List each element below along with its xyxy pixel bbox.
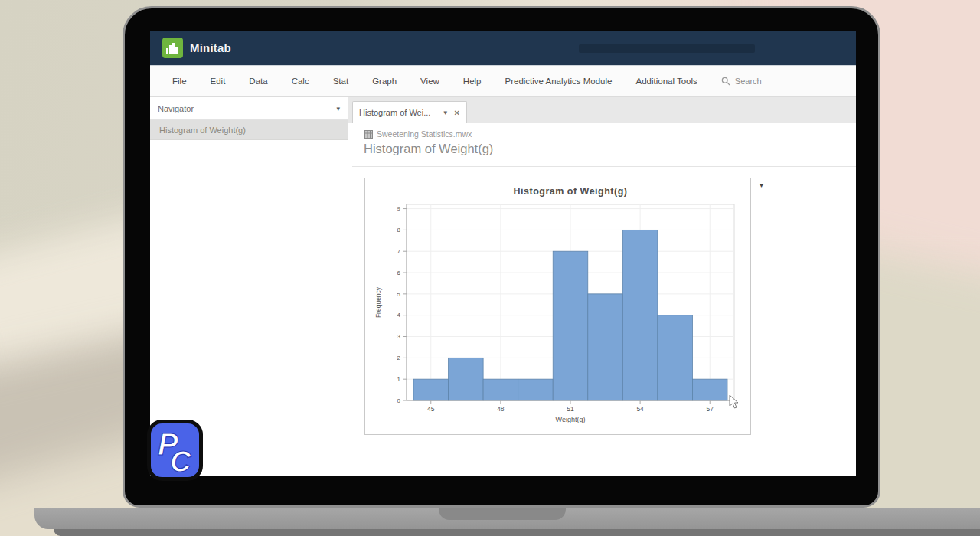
output-panel: Histogram of Wei... ▼ ✕ Sweetening Stati… [348,97,856,476]
svg-text:57: 57 [706,405,714,413]
menu-stat[interactable]: Stat [333,77,348,86]
search-icon [721,77,730,86]
svg-text:2: 2 [397,355,401,361]
worksheet-name: Sweetening Statistics.mwx [377,129,472,139]
svg-text:51: 51 [567,405,574,413]
svg-text:8: 8 [397,227,401,234]
navigator-item-histogram[interactable]: Histogram of Weight(g) [150,120,348,140]
pc-logo-badge: P C [147,420,203,484]
histogram-chart: 01234567894548515457Histogram of Weight(… [365,178,750,434]
svg-text:Histogram of Weight(g): Histogram of Weight(g) [514,186,628,197]
svg-text:5: 5 [397,291,401,298]
minitab-logo-icon [162,38,183,58]
divider [352,166,856,167]
histogram-graph-card: 01234567894548515457Histogram of Weight(… [364,178,751,435]
close-icon[interactable]: ✕ [454,109,460,117]
svg-text:48: 48 [497,405,505,413]
menu-file[interactable]: File [172,77,187,86]
menu-calc[interactable]: Calc [292,77,309,86]
menu-view[interactable]: View [420,77,439,86]
menu-bar: FileEditDataCalcStatGraphViewHelpPredict… [150,65,856,97]
menu-items: FileEditDataCalcStatGraphViewHelpPredict… [172,77,721,86]
svg-text:4: 4 [397,312,401,319]
laptop-screen: Minitab FileEditDataCalcStatGraphViewHel… [150,31,856,476]
menu-predictive-analytics-module[interactable]: Predictive Analytics Module [505,77,612,86]
navigator-title: Navigator [158,97,194,120]
svg-text:Frequency: Frequency [374,286,382,318]
menu-help[interactable]: Help [463,77,482,86]
graph-options-caret[interactable]: ▾ [760,181,763,189]
worksheet-grid-icon [364,130,373,139]
svg-text:0: 0 [397,397,401,404]
svg-text:6: 6 [397,270,401,276]
tab-label: Histogram of Wei... [359,108,437,117]
search-placeholder: Search [735,77,762,86]
search-input[interactable]: Search [721,77,762,86]
menu-additional-tools[interactable]: Additional Tools [635,77,697,86]
page-title: Histogram of Weight(g) [364,142,493,156]
app-titlebar: Minitab [150,31,856,65]
svg-text:1: 1 [397,376,401,383]
laptop-base [34,508,980,529]
svg-text:C: C [170,446,191,478]
mouse-cursor-icon [729,394,741,413]
app-name: Minitab [190,31,231,65]
laptop-base-notch [439,508,566,520]
laptop-base-edge [54,529,980,536]
chevron-down-icon[interactable]: ▼ [443,109,449,116]
chevron-down-icon[interactable]: ▾ [336,97,340,120]
worksheet-reference[interactable]: Sweetening Statistics.mwx [364,129,472,139]
bar-chart-icon [166,42,179,54]
menu-graph[interactable]: Graph [372,77,397,86]
svg-text:Weight(g): Weight(g) [556,416,586,423]
titlebar-watermark [579,44,755,53]
tab-strip: Histogram of Wei... ▼ ✕ [348,97,856,123]
navigator-header[interactable]: Navigator ▾ [150,97,348,120]
svg-text:54: 54 [636,405,644,413]
menu-data[interactable]: Data [249,77,267,86]
svg-text:9: 9 [397,205,401,212]
svg-text:7: 7 [397,248,401,255]
menu-edit[interactable]: Edit [211,77,226,86]
svg-text:45: 45 [427,405,435,413]
svg-text:3: 3 [397,333,401,340]
tab-histogram[interactable]: Histogram of Wei... ▼ ✕ [352,101,467,123]
